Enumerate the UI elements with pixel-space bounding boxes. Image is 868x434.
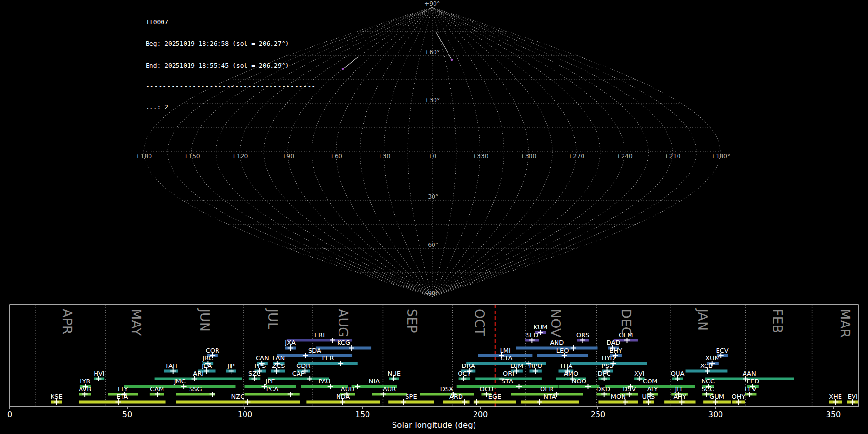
longitude-label: +210 xyxy=(664,152,680,160)
shower-label-NOO: NOO xyxy=(572,378,586,385)
longitude-label: +270 xyxy=(568,152,584,160)
shower-label-PCA: PCA xyxy=(266,385,279,393)
shower-label-AUD: AUD xyxy=(341,385,354,393)
longitude-label: +60 xyxy=(329,152,342,160)
latitude-label: +60° xyxy=(424,48,440,55)
shower-label-LMI: LMI xyxy=(500,347,511,354)
shower-label-JIP: JIP xyxy=(227,362,235,369)
shower-label-XCB: XCB xyxy=(700,362,713,369)
shower-label-OCT: OCT xyxy=(458,370,471,377)
peak-marker-NIA xyxy=(355,384,360,389)
shower-label-KCG: KCG xyxy=(337,339,350,346)
begin-time: Beg: 20251019 18:26:58 (sol = 206.27°) xyxy=(146,40,316,47)
shower-label-OER: OER xyxy=(540,385,553,393)
x-tick-label: 100 xyxy=(238,410,253,419)
shower-label-COR: COR xyxy=(206,347,219,354)
peak-marker-NZC xyxy=(245,399,250,405)
shower-label-KUM: KUM xyxy=(533,324,547,331)
shower-label-DSX: DSX xyxy=(440,385,453,393)
shower-label-NTA: NTA xyxy=(543,393,556,400)
shower-label-XHE: XHE xyxy=(829,393,842,400)
shower-label-FEV: FEV xyxy=(745,385,757,393)
shower-label-URS: URS xyxy=(642,393,655,400)
shower-label-SDA: SDA xyxy=(308,347,321,354)
shower-bar-NTA xyxy=(521,401,579,404)
shower-label-AMO: AMO xyxy=(564,370,578,377)
shower-label-PSU: PSU xyxy=(601,362,614,369)
month-label-AUG: AUG xyxy=(336,309,351,337)
meteor-endpoint xyxy=(451,59,453,61)
shower-label-DKD: DKD xyxy=(596,385,610,393)
x-tick-label: 250 xyxy=(591,410,606,419)
shower-label-JEA: JEA xyxy=(201,362,212,369)
month-label-NOV: NOV xyxy=(548,309,563,338)
shower-label-OCU: OCU xyxy=(480,385,494,393)
shower-label-PAU: PAU xyxy=(318,378,330,385)
shower-label-HVI: HVI xyxy=(94,370,105,377)
shower-label-CTA: CTA xyxy=(500,354,512,362)
grid-meridian xyxy=(336,7,432,297)
shower-label-XVI: XVI xyxy=(634,370,645,377)
shower-bar-SDA xyxy=(277,354,352,357)
longitude-label: +0 xyxy=(428,152,436,160)
x-tick-label: 200 xyxy=(473,410,488,419)
shower-label-LYR: LYR xyxy=(80,378,91,385)
shower-label-PER: PER xyxy=(322,354,334,362)
meteor-trail xyxy=(343,57,358,69)
shower-label-STA: STA xyxy=(502,378,513,385)
peak-marker-AND xyxy=(571,345,576,351)
shower-label-ELY: ELY xyxy=(118,385,128,393)
shower-label-ZCS: ZCS xyxy=(272,362,285,369)
peak-marker-STA xyxy=(516,384,522,389)
shower-label-ARD: ARD xyxy=(449,393,463,400)
shower-label-EHY: EHY xyxy=(610,347,622,354)
shower-label-ORS: ORS xyxy=(576,331,590,339)
shower-bar-SSG xyxy=(176,393,215,396)
shower-label-AND: AND xyxy=(550,339,564,346)
shower-label-NZC: NZC xyxy=(231,393,245,400)
shower-label-ECV: ECV xyxy=(716,347,729,354)
peak-marker-PCA xyxy=(288,392,293,397)
shower-label-LUM: LUM xyxy=(510,362,523,369)
shower-label-GUM: GUM xyxy=(709,393,724,400)
shower-label-DAD: DAD xyxy=(607,339,621,346)
latitude-label: +90° xyxy=(424,0,440,7)
shower-label-NIA: NIA xyxy=(369,378,380,385)
peak-marker-SSG xyxy=(210,392,215,397)
activity-timeline: APRMAYJUNJULAUGSEPOCTNOVDECJANFEBMARKUME… xyxy=(0,304,868,434)
shower-label-GEM: GEM xyxy=(619,331,633,339)
shower-label-JRC: JRC xyxy=(202,354,213,362)
longitude-label: +150 xyxy=(183,152,200,160)
shower-label-COM: COM xyxy=(643,378,658,385)
x-tick-label: 0 xyxy=(7,410,12,419)
shower-label-HYD: HYD xyxy=(602,354,615,362)
shower-label-AVB: AVB xyxy=(79,385,91,393)
month-label-JAN: JAN xyxy=(695,308,710,331)
shower-label-JXA: JXA xyxy=(285,339,296,346)
shower-label-QUA: QUA xyxy=(671,370,685,377)
x-tick-label: 150 xyxy=(355,410,370,419)
shower-bar-ARI xyxy=(155,378,242,380)
session-id: IT0007 xyxy=(146,18,316,26)
shower-label-ERI: ERI xyxy=(314,331,325,339)
longitude-label: +300 xyxy=(520,152,536,160)
shower-label-XUM: XUM xyxy=(705,354,720,362)
month-label-APR: APR xyxy=(60,309,75,335)
x-tick-label: 350 xyxy=(826,410,841,419)
shower-label-MON: MON xyxy=(611,393,626,400)
longitude-label: +330 xyxy=(472,152,488,160)
shower-label-OHY: OHY xyxy=(732,393,746,400)
month-label-MAY: MAY xyxy=(129,309,144,336)
grid-meridian xyxy=(432,7,696,297)
shower-label-ARI: ARI xyxy=(193,370,203,377)
shower-label-JMC: JMC xyxy=(174,378,186,385)
shower-bar-JMC xyxy=(124,385,235,388)
meteor-endpoint xyxy=(342,68,344,70)
month-label-OCT: OCT xyxy=(472,309,487,336)
x-tick-label: 300 xyxy=(708,410,723,419)
shower-label-JPE: JPE xyxy=(265,378,275,385)
shower-label-THA: THA xyxy=(559,362,573,369)
shower-bar-ETA xyxy=(79,401,166,404)
shower-label-AUR: AUR xyxy=(383,385,396,393)
shower-label-KSE: KSE xyxy=(51,393,63,400)
